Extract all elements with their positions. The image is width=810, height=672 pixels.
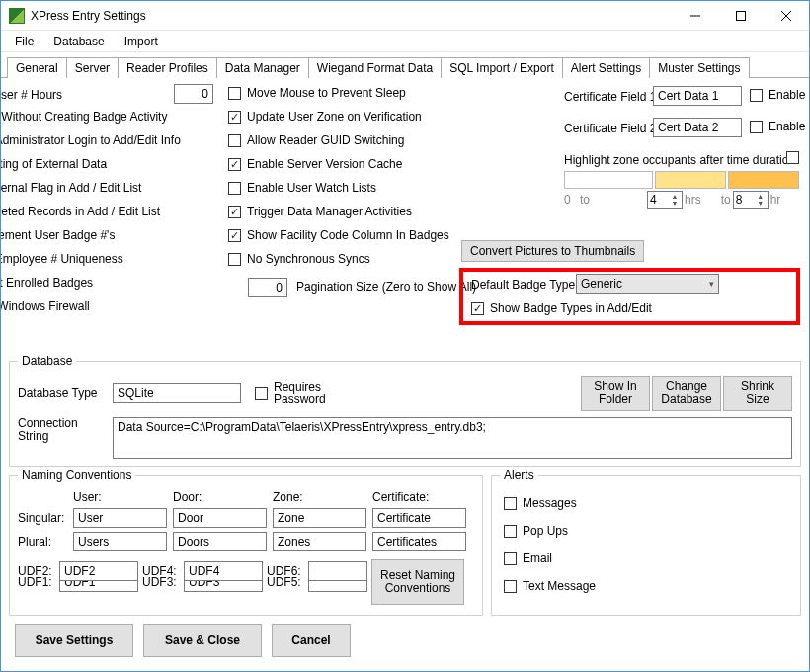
tab-alert-settings[interactable]: Alert Settings — [562, 57, 650, 78]
window-close-button[interactable] — [764, 1, 809, 31]
highlight-zone-checkbox[interactable] — [786, 151, 799, 164]
highlight-zone-label: Highlight zone occupants after time dura… — [564, 153, 795, 167]
col2-checkbox-7[interactable]: No Synchronous Syncs — [228, 252, 370, 266]
save-settings-button[interactable]: Save Settings — [15, 624, 133, 657]
tab-server[interactable]: Server — [66, 57, 119, 78]
cancel-button[interactable]: Cancel — [272, 624, 351, 657]
alerts-email-checkbox[interactable]: Email — [504, 551, 552, 565]
alerts-text-message-checkbox[interactable]: Text Message — [504, 579, 596, 593]
tab-muster-settings[interactable]: Muster Settings — [649, 57, 749, 78]
menu-file[interactable]: File — [5, 33, 43, 50]
database-type-input[interactable] — [113, 383, 241, 403]
database-type-label: Database Type — [18, 386, 105, 400]
col2-checkbox-0[interactable]: Move Mouse to Prevent Sleep — [228, 86, 406, 100]
col2-checkbox-2[interactable]: Allow Reader GUID Switching — [228, 133, 404, 147]
col2-checkbox-1[interactable]: Update User Zone on Verification — [228, 110, 422, 124]
show-in-folder-button[interactable]: Show In Folder — [581, 376, 650, 411]
plural-user-input[interactable] — [73, 532, 167, 551]
auto-exit-hours-label: Auto Exit User # Hours — [1, 88, 62, 102]
change-database-button[interactable]: Change Database — [652, 376, 721, 411]
general-scroll-area[interactable]: Auto Exit User # Hours Auto Exit Without… — [1, 80, 809, 357]
show-badge-types-checkbox[interactable]: Show Badge Types in Add/Edit — [471, 301, 652, 315]
plural-door-input[interactable] — [173, 532, 267, 551]
auto-exit-hours-input[interactable] — [174, 84, 213, 104]
window-maximize-button[interactable] — [718, 1, 764, 31]
window-minimize-button[interactable] — [673, 1, 718, 31]
convert-pictures-button[interactable]: Convert Pictures to Thumbnails — [461, 240, 644, 262]
cert-field1-input[interactable] — [653, 86, 742, 106]
tab-general[interactable]: General — [7, 57, 67, 78]
app-icon — [9, 8, 25, 24]
singular-zone-input[interactable] — [273, 508, 366, 528]
hz-hours-1-input[interactable]: 4▲▼ — [647, 191, 683, 209]
plural-cert-input[interactable] — [372, 532, 466, 551]
tab-reader-profiles[interactable]: Reader Profiles — [118, 57, 217, 78]
hz-hours-2-input[interactable]: 8▲▼ — [733, 191, 769, 209]
menu-import[interactable]: Import — [115, 33, 168, 50]
singular-user-input[interactable] — [73, 508, 167, 528]
col1-checkbox-4[interactable]: Show Deleted Records in Add / Edit List — [1, 205, 160, 218]
udf6-input[interactable] — [308, 561, 367, 581]
cert-field2-input[interactable] — [653, 118, 742, 137]
udf4-input[interactable] — [184, 561, 263, 581]
col1-checkbox-3[interactable]: Show External Flag in Add / Edit List — [1, 181, 141, 195]
hz-bar-1 — [564, 171, 653, 189]
singular-cert-input[interactable] — [372, 508, 466, 528]
cert-field1-enable-checkbox[interactable]: Enable — [750, 88, 805, 102]
col1-checkbox-0[interactable]: Auto Exit Without Creating Badge Activit… — [1, 110, 167, 124]
requires-password-checkbox[interactable]: Requires Password — [255, 381, 326, 405]
database-group: Database Database Type Requires Password… — [9, 361, 801, 467]
col1-checkbox-1[interactable]: Require Administrator Login to Add/Edit … — [1, 133, 181, 147]
pagination-label: Pagination Size (Zero to Show All) — [296, 280, 476, 294]
col1-checkbox-7[interactable]: Auto Print Enrolled Badges — [1, 276, 93, 290]
singular-door-input[interactable] — [173, 508, 267, 528]
alerts-group: Alerts Messages Pop Ups Email Text Messa… — [491, 475, 801, 616]
col2-checkbox-5[interactable]: Trigger Data Manager Activities — [228, 205, 412, 218]
default-badge-type-label: Default Badge Type — [471, 278, 575, 292]
tab-data-manager[interactable]: Data Manager — [216, 57, 309, 78]
udf2-input[interactable] — [59, 561, 138, 581]
col2-checkbox-6[interactable]: Show Facility Code Column In Badges — [228, 228, 449, 242]
col1-checkbox-8[interactable]: Auto Kill Windows Firewall — [1, 299, 90, 313]
default-badge-type-dropdown[interactable]: Generic ▾ — [576, 274, 719, 294]
col2-checkbox-3[interactable]: Enable Server Version Cache — [228, 157, 402, 171]
col2-checkbox-4[interactable]: Enable User Watch Lists — [228, 181, 376, 195]
cert-field2-enable-checkbox[interactable]: Enable — [750, 120, 805, 133]
tab-sql[interactable]: SQL Import / Export — [441, 57, 563, 78]
window-title: XPress Entry Settings — [31, 9, 673, 23]
shrink-size-button[interactable]: Shrink Size — [723, 376, 792, 411]
cert-field2-label: Certificate Field 2: — [564, 122, 660, 135]
tab-wiegand[interactable]: Wiegand Format Data — [308, 57, 442, 78]
alerts-messages-checkbox[interactable]: Messages — [504, 496, 577, 510]
col1-checkbox-2[interactable]: Allow Editing of External Data — [1, 157, 107, 171]
chevron-down-icon: ▾ — [709, 279, 714, 289]
reset-naming-button[interactable]: Reset Naming Conventions — [371, 559, 464, 605]
hz-bar-2 — [655, 171, 726, 189]
col1-checkbox-6[interactable]: Enforce Employee # Uniqueness — [1, 252, 123, 266]
cert-field1-label: Certificate Field 1: — [564, 90, 660, 104]
menu-database[interactable]: Database — [43, 33, 114, 50]
col1-checkbox-5[interactable]: Auto Increment User Badge #'s — [1, 228, 115, 242]
hz-bar-3 — [728, 171, 799, 189]
connection-string-input[interactable] — [113, 417, 792, 459]
save-and-close-button[interactable]: Save & Close — [143, 624, 262, 657]
plural-zone-input[interactable] — [273, 532, 366, 551]
pagination-input[interactable] — [248, 278, 287, 297]
alerts-popups-checkbox[interactable]: Pop Ups — [504, 524, 568, 538]
svg-rect-1 — [737, 11, 746, 20]
naming-conventions-group: Naming Conventions User: Door: Zone: Cer… — [9, 475, 483, 616]
connection-string-label: Connection String — [18, 417, 105, 443]
